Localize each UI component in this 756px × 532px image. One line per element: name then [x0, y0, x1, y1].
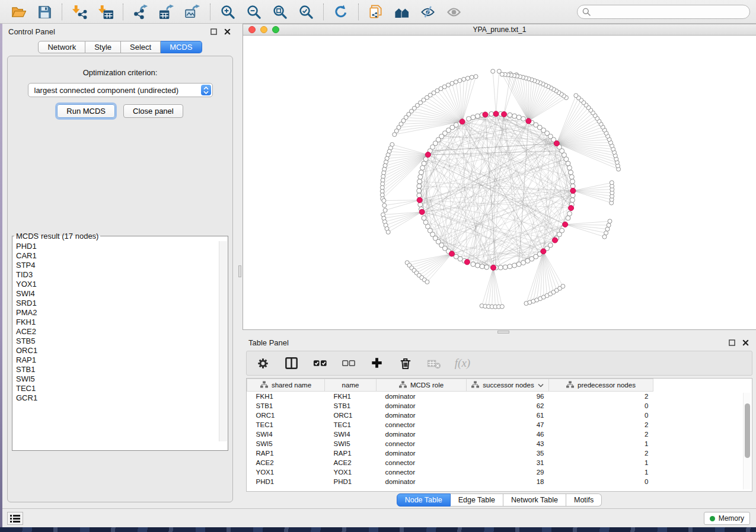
table-row[interactable]: TEC1TEC1connector472 [247, 420, 653, 430]
network-canvas[interactable] [243, 36, 756, 329]
tab-node-table[interactable]: Node Table [397, 493, 451, 507]
mcds-result-item[interactable]: RAP1 [16, 355, 228, 365]
show-columns-icon[interactable] [283, 355, 300, 371]
zoom-selected-icon[interactable] [297, 3, 315, 21]
memory-button[interactable]: Memory [704, 512, 750, 525]
delete-column-icon[interactable] [397, 355, 414, 371]
memory-label: Memory [719, 514, 744, 523]
table-scrollbar-thumb[interactable] [745, 403, 750, 458]
column-header-predecessor-nodes[interactable]: predecessor nodes [549, 379, 653, 392]
column-header-successor-nodes[interactable]: successor nodes [467, 379, 549, 392]
table-row[interactable]: ORC1ORC1dominator610 [247, 411, 653, 420]
network-graph[interactable] [243, 36, 756, 329]
mcds-result-item[interactable]: SWI5 [16, 374, 228, 384]
table-tabs: Node TableEdge TableNetwork TableMotifs [243, 492, 756, 508]
cell-predecessors: 1 [549, 467, 653, 477]
tab-motifs[interactable]: Motifs [566, 493, 602, 507]
export-table-icon[interactable] [158, 3, 176, 21]
zoom-in-icon[interactable] [219, 3, 237, 21]
column-header-mcds-role[interactable]: MCDS role [377, 379, 467, 392]
cell-shared_name: ORC1 [247, 411, 325, 420]
table-panel: Table Panel f(x) shared namenameMCDS rol… [243, 335, 756, 508]
network-file-icon[interactable] [367, 3, 385, 21]
cell-successors: 18 [467, 477, 549, 486]
table-row[interactable]: SWI4SWI4dominator462 [247, 430, 653, 439]
mcds-result-item[interactable]: SRD1 [16, 299, 228, 308]
mcds-result-item[interactable]: PHD1 [16, 242, 228, 251]
criterion-dropdown[interactable]: largest connected component (undirected) [28, 83, 213, 97]
horizontal-splitter-handle[interactable] [497, 331, 509, 334]
horizontal-splitter[interactable] [243, 330, 756, 335]
import-table-icon[interactable] [97, 3, 114, 21]
column-header-name[interactable]: name [325, 379, 377, 392]
mcds-result-item[interactable]: FKH1 [16, 318, 228, 327]
mcds-result-item[interactable]: TID3 [16, 270, 228, 280]
mcds-result-item[interactable]: ORC1 [16, 346, 228, 355]
tab-mcds[interactable]: MCDS [161, 41, 202, 53]
refresh-icon[interactable] [332, 3, 350, 21]
export-network-icon[interactable] [132, 3, 149, 21]
tab-network[interactable]: Network [38, 41, 85, 53]
table-row[interactable]: STB1STB1dominator620 [247, 401, 653, 411]
vertical-splitter-handle[interactable] [238, 265, 241, 277]
table-scrollbar[interactable] [743, 393, 751, 489]
close-window-icon[interactable] [248, 26, 256, 33]
tab-network-table[interactable]: Network Table [503, 493, 566, 507]
add-column-icon[interactable] [369, 355, 385, 371]
delete-table-icon [426, 355, 442, 371]
mcds-result-item[interactable]: CAR1 [16, 251, 228, 261]
table-row[interactable]: FKH1FKH1dominator962 [247, 392, 653, 401]
mcds-buttons-row: Run MCDS Close panel [57, 104, 183, 118]
cell-name: ORC1 [325, 411, 377, 420]
close-panel-button[interactable]: Close panel [123, 104, 183, 118]
save-session-icon[interactable] [36, 3, 53, 21]
mcds-result-item[interactable]: SWI4 [16, 289, 228, 299]
deselect-all-rows-icon[interactable] [340, 355, 357, 371]
import-network-icon[interactable] [71, 3, 88, 21]
float-table-panel-icon[interactable] [728, 338, 736, 347]
cell-predecessors: 2 [549, 420, 653, 430]
cell-role: dominator [377, 401, 467, 411]
mcds-result-item[interactable]: STB5 [16, 336, 228, 346]
float-panel-icon[interactable] [209, 27, 218, 36]
select-all-rows-icon[interactable] [312, 355, 328, 371]
minimize-window-icon[interactable] [260, 26, 267, 33]
cell-successors: 96 [467, 392, 549, 401]
table-row[interactable]: ACE2ACE2connector311 [247, 458, 653, 467]
maximize-window-icon[interactable] [272, 26, 279, 33]
mcds-result-item[interactable]: YOX1 [16, 280, 228, 289]
table-row[interactable]: SWI5SWI5connector431 [247, 439, 653, 448]
table-settings-icon[interactable] [255, 355, 272, 371]
close-panel-icon[interactable] [223, 27, 232, 36]
mcds-result-item[interactable]: TEC1 [16, 384, 228, 393]
column-header-shared-name[interactable]: shared name [247, 379, 325, 392]
open-file-icon[interactable] [9, 3, 27, 21]
mcds-result-item[interactable]: GCR1 [16, 393, 228, 403]
search-input[interactable] [577, 5, 750, 19]
mcds-result-scrollbar[interactable] [219, 241, 227, 441]
vertical-splitter[interactable] [238, 24, 243, 508]
mcds-result-item[interactable]: ACE2 [16, 327, 228, 336]
run-mcds-button[interactable]: Run MCDS [57, 104, 115, 118]
hide-selected-icon[interactable] [419, 3, 437, 21]
mcds-result-item[interactable]: STP4 [16, 261, 228, 270]
mcds-result-item[interactable]: STB1 [16, 365, 228, 374]
table-row[interactable]: RAP1RAP1dominator352 [247, 448, 653, 458]
zoom-out-icon[interactable] [245, 3, 263, 21]
mcds-result-item[interactable]: PMA2 [16, 308, 228, 318]
close-table-panel-icon[interactable] [741, 338, 750, 347]
cell-name: PHD1 [325, 477, 377, 486]
tab-style[interactable]: Style [85, 41, 121, 53]
network-view-window: YPA_prune.txt_1 [243, 24, 756, 330]
export-image-icon[interactable] [184, 3, 202, 21]
cell-role: dominator [377, 392, 467, 401]
table-row[interactable]: YOX1YOX1connector291 [247, 467, 653, 477]
zoom-fit-icon[interactable] [271, 3, 289, 21]
tab-edge-table[interactable]: Edge Table [451, 493, 503, 507]
tab-select[interactable]: Select [121, 41, 161, 53]
cell-role: connector [377, 467, 467, 477]
table-row[interactable]: PHD1PHD1dominator180 [247, 477, 653, 486]
double-house-icon[interactable] [393, 3, 411, 21]
task-history-button[interactable] [7, 512, 23, 525]
cell-name: FKH1 [325, 392, 377, 401]
